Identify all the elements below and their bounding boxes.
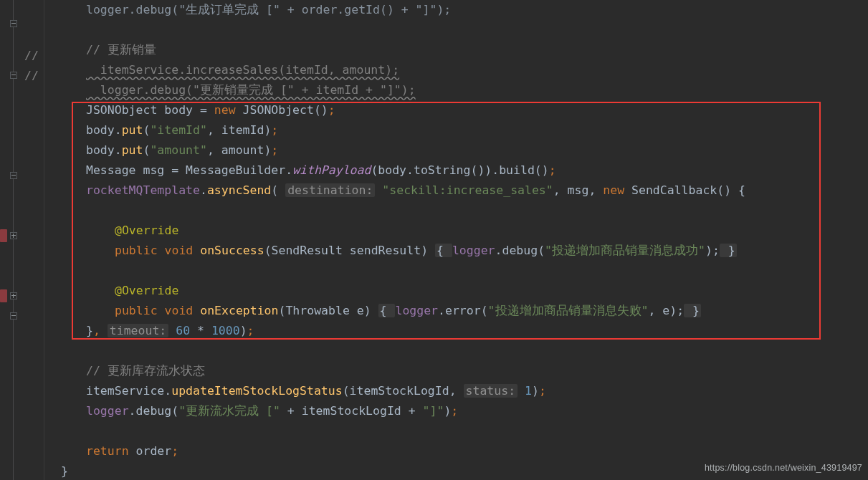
comment: // 更新库存流水状态 — [86, 364, 205, 378]
code-editor[interactable]: // // logger.debug("生成订单完成 [" + order.ge… — [0, 0, 868, 480]
code-line[interactable]: // 更新库存流水状态 — [47, 361, 868, 381]
fold-brace[interactable]: { — [378, 304, 396, 317]
code-content[interactable]: logger.debug("生成订单完成 [" + order.getId() … — [47, 0, 868, 480]
code-line[interactable]: @Override — [47, 221, 868, 241]
type: SendCallback — [631, 183, 717, 197]
code-line[interactable]: body.put("amount", amount); — [47, 140, 868, 160]
code-line[interactable] — [47, 261, 868, 281]
operator: * — [190, 324, 211, 337]
fold-brace[interactable]: } — [684, 304, 701, 317]
string: "投递增加商品销量消息失败" — [488, 304, 649, 317]
keyword: new — [214, 103, 243, 117]
fold-handle[interactable] — [10, 72, 17, 79]
gutter-text: // — [24, 66, 39, 86]
number: 1000 — [211, 324, 240, 337]
space — [518, 384, 525, 398]
breakpoint-marker[interactable] — [0, 289, 7, 302]
code-text: logger.debug("生成订单完成 [" + order.getId() … — [86, 3, 451, 16]
code-text: body. — [86, 123, 122, 137]
punc: ) — [532, 384, 539, 398]
code-line[interactable] — [47, 20, 868, 40]
code-line[interactable]: JSONObject body = new JSONObject(); — [47, 100, 868, 120]
code-line[interactable]: itemService.updateItemStockLogStatus(ite… — [47, 381, 868, 401]
code-text: , itemId) — [207, 123, 271, 137]
param-hint: status: — [464, 384, 518, 398]
number: 60 — [176, 324, 190, 337]
code-line[interactable]: body.put("itemId", itemId); — [47, 120, 868, 140]
code-text: .debug( — [129, 404, 179, 418]
semi: ; — [451, 404, 458, 418]
code-line[interactable]: @Override — [47, 281, 868, 301]
string: "seckill:increase_sales" — [382, 183, 553, 197]
semi: ; — [539, 384, 546, 398]
code-text: (Throwable e) — [279, 304, 378, 317]
code-text: (SendResult sendResult) — [264, 244, 435, 257]
method: updateItemStockLogStatus — [171, 384, 342, 398]
code-line[interactable]: public void onSuccess(SendResult sendRes… — [47, 241, 868, 261]
punc: ( — [143, 123, 150, 137]
fold-handle[interactable] — [10, 232, 17, 239]
semi: ; — [271, 123, 278, 137]
annotation: @Override — [115, 284, 178, 297]
string: "更新流水完成 [" — [178, 404, 280, 418]
field: logger — [86, 404, 129, 418]
string: "amount" — [150, 143, 206, 157]
type: JSONObject — [86, 103, 157, 117]
keyword: void — [165, 244, 201, 257]
gutter-text: // — [24, 46, 39, 66]
code-line[interactable] — [47, 341, 868, 361]
punc: () — [314, 103, 328, 117]
punc: } — [61, 464, 68, 478]
string: "]" — [423, 404, 444, 418]
fold-handle[interactable] — [10, 312, 17, 320]
keyword: public — [115, 304, 165, 317]
keyword: void — [165, 304, 201, 317]
code-text: body. — [86, 143, 122, 157]
code-text: , msg, — [553, 183, 604, 197]
code-text: + itemStockLogId + — [280, 404, 423, 418]
semi: ; — [247, 324, 254, 337]
code-line[interactable]: rocketMQTemplate.asyncSend( destination:… — [47, 181, 868, 201]
annotation: @Override — [115, 224, 178, 237]
method: asyncSend — [207, 183, 271, 197]
code-line[interactable]: logger.debug("生成订单完成 [" + order.getId() … — [47, 0, 868, 20]
param-hint: timeout: — [108, 324, 168, 337]
code-line[interactable]: }, timeout: 60 * 1000); — [47, 321, 868, 341]
punc: ) — [444, 404, 451, 418]
semi: ; — [171, 444, 178, 458]
code-line[interactable]: // 更新销量 — [47, 40, 868, 60]
fold-brace[interactable]: } — [720, 244, 737, 257]
space — [375, 183, 382, 197]
editor-gutter: // // — [0, 0, 44, 480]
method: put — [122, 143, 143, 157]
code-text: itemService. — [86, 384, 171, 398]
punc: () { — [717, 183, 745, 197]
code-text: order — [136, 444, 172, 458]
code-text: (itemStockLogId, — [343, 384, 464, 398]
code-line[interactable] — [47, 201, 868, 221]
breakpoint-marker[interactable] — [0, 229, 7, 242]
code-text: body = — [157, 103, 214, 117]
semi: ; — [549, 163, 556, 177]
punc: } — [86, 324, 93, 337]
type: Message — [86, 163, 136, 177]
code-line[interactable]: logger.debug("更新销量完成 [" + itemId + "]"); — [47, 80, 868, 100]
fold-brace[interactable]: { — [435, 244, 452, 257]
code-line[interactable]: public void onException(Throwable e) { l… — [47, 301, 868, 321]
watermark: https://blog.csdn.net/weixin_43919497 — [705, 458, 862, 478]
space — [168, 324, 176, 337]
fold-handle[interactable] — [10, 172, 17, 179]
fold-handle[interactable] — [10, 292, 17, 299]
code-line[interactable] — [47, 421, 868, 441]
semi: ; — [271, 143, 278, 157]
code-text: , e); — [648, 304, 684, 317]
code-line[interactable]: itemService.increaseSales(itemId, amount… — [47, 60, 868, 80]
punc: ) — [240, 324, 247, 337]
field: rocketMQTemplate — [86, 183, 200, 197]
punc: . — [200, 183, 207, 197]
code-line[interactable]: logger.debug("更新流水完成 [" + itemStockLogId… — [47, 401, 868, 421]
code-text: ); — [705, 244, 720, 257]
fold-handle[interactable] — [10, 20, 17, 27]
code-line[interactable]: Message msg = MessageBuilder.withPayload… — [47, 160, 868, 181]
comment: logger.debug("更新销量完成 [" + itemId + "]"); — [86, 83, 416, 97]
